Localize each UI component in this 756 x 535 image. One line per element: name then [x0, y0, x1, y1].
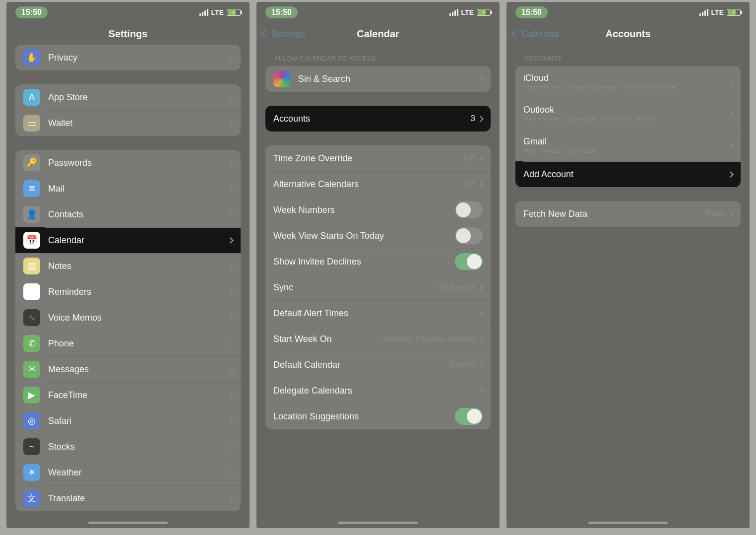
status-right: LTE ⚡	[699, 8, 741, 16]
account-subtitle: Mail, Contacts, Calendars, Reminders, No…	[523, 115, 728, 123]
row-label: FaceTime	[48, 390, 228, 401]
settings-row-facetime[interactable]: ▶FaceTime	[15, 382, 241, 408]
page-title: Calendar	[357, 28, 399, 40]
setting-row-invitee[interactable]: Show Invitee Declines	[265, 249, 491, 274]
setting-row-tz[interactable]: Time Zone OverrideOff	[265, 145, 491, 171]
chevron-right-icon	[227, 55, 234, 61]
chevron-right-icon	[227, 315, 234, 321]
settings-row-contacts[interactable]: 👤Contacts	[15, 201, 241, 227]
settings-list: ✋PrivacyAApp Store▭Wallet🔑Passwords✉Mail…	[6, 45, 250, 528]
row-label: Add Account	[523, 169, 728, 180]
row-label: Start Week On	[273, 334, 383, 344]
settings-row-reminders[interactable]: ⋮Reminders	[15, 279, 241, 305]
setting-row-weekview[interactable]: Week View Starts On Today	[265, 223, 491, 249]
row-label: Passwords	[48, 158, 228, 168]
setting-row-weeknum[interactable]: Week Numbers	[265, 197, 491, 223]
row-label: Reminders	[48, 287, 228, 297]
row-label: Privacy	[48, 53, 228, 63]
back-button[interactable]: Calendar	[512, 23, 560, 45]
account-row-icloud[interactable]: iCloudiCloud Drive, Contacts, Calendars,…	[515, 66, 741, 98]
chevron-left-icon	[511, 30, 520, 38]
toggle-locsug[interactable]	[455, 408, 483, 425]
row-label: Alternative Calendars	[273, 179, 464, 190]
setting-row-sync[interactable]: SyncAll Events	[265, 274, 491, 300]
settings-row-translate[interactable]: 文Translate	[15, 485, 241, 511]
settings-row-phone[interactable]: ✆Phone	[15, 331, 241, 356]
row-label: Mail	[48, 184, 228, 194]
chevron-right-icon	[227, 289, 234, 295]
signal-icon	[449, 9, 458, 16]
fetch-new-data-row[interactable]: Fetch New Data Push	[515, 201, 741, 227]
chevron-right-icon	[477, 155, 484, 162]
account-row-outlook[interactable]: OutlookMail, Contacts, Calendars, Remind…	[515, 98, 741, 130]
toggle-weekview[interactable]	[455, 227, 483, 244]
settings-row-safari[interactable]: ◎Safari	[15, 408, 241, 434]
home-indicator[interactable]	[588, 522, 668, 524]
row-label: Time Zone Override	[273, 153, 464, 164]
status-right: LTE ⚡	[449, 8, 491, 16]
add-account-row[interactable]: Add Account	[515, 161, 741, 187]
back-button[interactable]: Settings	[262, 23, 306, 45]
chevron-right-icon	[477, 181, 484, 188]
back-label: Calendar	[521, 28, 560, 39]
passwords-icon: 🔑	[23, 154, 40, 171]
siri-search-row[interactable]: Siri & Search	[265, 66, 491, 92]
settings-row-voice-memos[interactable]: ∿Voice Memos	[15, 305, 241, 331]
settings-row-wallet[interactable]: ▭Wallet	[15, 110, 241, 136]
row-label: Delegate Calendars	[273, 386, 478, 396]
settings-row-stocks[interactable]: ~Stocks	[15, 434, 241, 460]
privacy-icon: ✋	[23, 49, 40, 66]
settings-row-messages[interactable]: ✉Messages	[15, 356, 241, 382]
settings-row-notes[interactable]: ▤Notes	[15, 253, 241, 279]
home-indicator[interactable]	[88, 522, 168, 524]
toggle-invitee[interactable]	[455, 253, 483, 270]
row-label: Fetch New Data	[523, 209, 706, 219]
notes-icon: ▤	[23, 258, 40, 274]
chevron-right-icon	[227, 495, 234, 502]
account-row-gmail[interactable]: GmailMail, Contacts, Calendars	[515, 130, 741, 161]
setting-row-alert[interactable]: Default Alert Times	[265, 300, 491, 326]
settings-row-passwords[interactable]: 🔑Passwords	[15, 150, 241, 176]
accounts-row[interactable]: Accounts 3	[265, 106, 491, 132]
signal-icon	[199, 9, 208, 16]
row-label: Safari	[48, 416, 228, 426]
navbar: Settings	[6, 23, 250, 45]
row-label: Phone	[48, 338, 228, 349]
status-time: 15:50	[15, 6, 48, 18]
settings-row-mail[interactable]: ✉Mail	[15, 176, 241, 201]
settings-row-app-store[interactable]: AApp Store	[15, 84, 241, 110]
signal-icon	[699, 9, 708, 16]
settings-row-calendar[interactable]: 📅Calendar	[15, 227, 241, 253]
chevron-right-icon	[477, 310, 484, 317]
row-label: Weather	[48, 468, 228, 478]
reminders-icon: ⋮	[23, 283, 40, 300]
setting-row-defcal[interactable]: Default CalendarFamily	[265, 352, 491, 378]
chevron-right-icon	[227, 340, 234, 347]
chevron-right-icon	[227, 418, 234, 424]
row-label: Location Suggestions	[273, 411, 455, 422]
chevron-right-icon	[477, 388, 484, 394]
chevron-right-icon	[227, 237, 234, 244]
settings-row-weather[interactable]: ☀Weather	[15, 460, 241, 485]
chevron-right-icon	[477, 336, 484, 342]
calendar-settings-list: ALLOW CALENDAR TO ACCESS Siri & Search A…	[256, 45, 500, 528]
home-indicator[interactable]	[338, 522, 418, 524]
chevron-right-icon	[227, 366, 234, 373]
messages-icon: ✉	[23, 361, 40, 378]
setting-row-locsug[interactable]: Location Suggestions	[265, 403, 491, 429]
status-bar: 15:50 LTE ⚡	[506, 2, 750, 23]
chevron-right-icon	[227, 94, 234, 101]
setting-row-startweek[interactable]: Start Week OnMonday (Nigeria default)	[265, 326, 491, 352]
setting-row-delegate[interactable]: Delegate Calendars	[265, 378, 491, 403]
wallet-icon: ▭	[23, 115, 40, 132]
row-label: Calendar	[48, 235, 228, 246]
siri-icon	[273, 70, 290, 87]
toggle-weeknum[interactable]	[455, 201, 483, 218]
network-label: LTE	[711, 8, 724, 16]
status-bar: 15:50 LTE ⚡	[256, 2, 500, 23]
stocks-icon: ~	[23, 438, 40, 455]
navbar: Settings Calendar	[256, 23, 500, 45]
settings-row-privacy[interactable]: ✋Privacy	[15, 45, 241, 70]
setting-row-altcal[interactable]: Alternative CalendarsOff	[265, 171, 491, 197]
chevron-right-icon	[477, 76, 484, 82]
